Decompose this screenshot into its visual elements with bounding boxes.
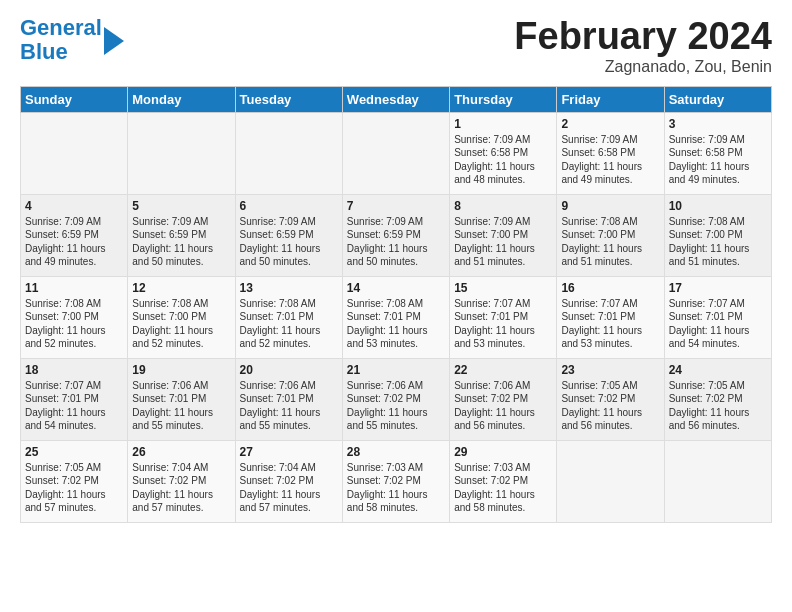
day-number: 20 bbox=[240, 363, 338, 377]
day-number: 2 bbox=[561, 117, 659, 131]
calendar-cell: 16Sunrise: 7:07 AM Sunset: 7:01 PM Dayli… bbox=[557, 276, 664, 358]
day-number: 7 bbox=[347, 199, 445, 213]
calendar-cell: 2Sunrise: 7:09 AM Sunset: 6:58 PM Daylig… bbox=[557, 112, 664, 194]
day-info: Sunrise: 7:05 AM Sunset: 7:02 PM Dayligh… bbox=[669, 379, 767, 433]
calendar-cell bbox=[557, 440, 664, 522]
day-number: 18 bbox=[25, 363, 123, 377]
calendar-cell: 29Sunrise: 7:03 AM Sunset: 7:02 PM Dayli… bbox=[450, 440, 557, 522]
day-info: Sunrise: 7:07 AM Sunset: 7:01 PM Dayligh… bbox=[25, 379, 123, 433]
logo-general: General bbox=[20, 15, 102, 40]
calendar-cell: 19Sunrise: 7:06 AM Sunset: 7:01 PM Dayli… bbox=[128, 358, 235, 440]
day-info: Sunrise: 7:06 AM Sunset: 7:01 PM Dayligh… bbox=[132, 379, 230, 433]
calendar-cell: 28Sunrise: 7:03 AM Sunset: 7:02 PM Dayli… bbox=[342, 440, 449, 522]
calendar-header-row: SundayMondayTuesdayWednesdayThursdayFrid… bbox=[21, 86, 772, 112]
day-number: 12 bbox=[132, 281, 230, 295]
day-info: Sunrise: 7:09 AM Sunset: 6:59 PM Dayligh… bbox=[240, 215, 338, 269]
calendar-cell: 23Sunrise: 7:05 AM Sunset: 7:02 PM Dayli… bbox=[557, 358, 664, 440]
calendar-cell: 17Sunrise: 7:07 AM Sunset: 7:01 PM Dayli… bbox=[664, 276, 771, 358]
calendar-cell: 27Sunrise: 7:04 AM Sunset: 7:02 PM Dayli… bbox=[235, 440, 342, 522]
calendar-week-row: 1Sunrise: 7:09 AM Sunset: 6:58 PM Daylig… bbox=[21, 112, 772, 194]
calendar-cell: 15Sunrise: 7:07 AM Sunset: 7:01 PM Dayli… bbox=[450, 276, 557, 358]
logo-arrow-icon bbox=[104, 27, 124, 55]
col-header-tuesday: Tuesday bbox=[235, 86, 342, 112]
day-number: 24 bbox=[669, 363, 767, 377]
day-number: 19 bbox=[132, 363, 230, 377]
day-info: Sunrise: 7:07 AM Sunset: 7:01 PM Dayligh… bbox=[561, 297, 659, 351]
day-info: Sunrise: 7:06 AM Sunset: 7:01 PM Dayligh… bbox=[240, 379, 338, 433]
title-block: February 2024 Zagnanado, Zou, Benin bbox=[514, 16, 772, 76]
day-number: 8 bbox=[454, 199, 552, 213]
day-number: 23 bbox=[561, 363, 659, 377]
day-info: Sunrise: 7:07 AM Sunset: 7:01 PM Dayligh… bbox=[454, 297, 552, 351]
day-info: Sunrise: 7:06 AM Sunset: 7:02 PM Dayligh… bbox=[454, 379, 552, 433]
day-number: 3 bbox=[669, 117, 767, 131]
day-number: 27 bbox=[240, 445, 338, 459]
page: General Blue February 2024 Zagnanado, Zo… bbox=[0, 0, 792, 533]
calendar-cell: 3Sunrise: 7:09 AM Sunset: 6:58 PM Daylig… bbox=[664, 112, 771, 194]
calendar-week-row: 11Sunrise: 7:08 AM Sunset: 7:00 PM Dayli… bbox=[21, 276, 772, 358]
calendar-cell: 11Sunrise: 7:08 AM Sunset: 7:00 PM Dayli… bbox=[21, 276, 128, 358]
day-number: 16 bbox=[561, 281, 659, 295]
col-header-sunday: Sunday bbox=[21, 86, 128, 112]
day-number: 10 bbox=[669, 199, 767, 213]
location: Zagnanado, Zou, Benin bbox=[514, 58, 772, 76]
day-info: Sunrise: 7:09 AM Sunset: 6:59 PM Dayligh… bbox=[347, 215, 445, 269]
calendar-table: SundayMondayTuesdayWednesdayThursdayFrid… bbox=[20, 86, 772, 523]
day-info: Sunrise: 7:09 AM Sunset: 6:59 PM Dayligh… bbox=[25, 215, 123, 269]
day-number: 29 bbox=[454, 445, 552, 459]
calendar-cell bbox=[664, 440, 771, 522]
calendar-cell: 1Sunrise: 7:09 AM Sunset: 6:58 PM Daylig… bbox=[450, 112, 557, 194]
day-info: Sunrise: 7:08 AM Sunset: 7:00 PM Dayligh… bbox=[132, 297, 230, 351]
day-number: 17 bbox=[669, 281, 767, 295]
logo-text-block: General Blue bbox=[20, 16, 124, 64]
day-info: Sunrise: 7:09 AM Sunset: 7:00 PM Dayligh… bbox=[454, 215, 552, 269]
calendar-cell: 10Sunrise: 7:08 AM Sunset: 7:00 PM Dayli… bbox=[664, 194, 771, 276]
header: General Blue February 2024 Zagnanado, Zo… bbox=[20, 16, 772, 76]
day-number: 25 bbox=[25, 445, 123, 459]
day-info: Sunrise: 7:03 AM Sunset: 7:02 PM Dayligh… bbox=[454, 461, 552, 515]
day-number: 6 bbox=[240, 199, 338, 213]
calendar-week-row: 18Sunrise: 7:07 AM Sunset: 7:01 PM Dayli… bbox=[21, 358, 772, 440]
calendar-cell: 8Sunrise: 7:09 AM Sunset: 7:00 PM Daylig… bbox=[450, 194, 557, 276]
calendar-cell bbox=[342, 112, 449, 194]
day-info: Sunrise: 7:04 AM Sunset: 7:02 PM Dayligh… bbox=[132, 461, 230, 515]
calendar-cell: 20Sunrise: 7:06 AM Sunset: 7:01 PM Dayli… bbox=[235, 358, 342, 440]
day-info: Sunrise: 7:06 AM Sunset: 7:02 PM Dayligh… bbox=[347, 379, 445, 433]
day-number: 9 bbox=[561, 199, 659, 213]
day-info: Sunrise: 7:03 AM Sunset: 7:02 PM Dayligh… bbox=[347, 461, 445, 515]
col-header-monday: Monday bbox=[128, 86, 235, 112]
day-number: 22 bbox=[454, 363, 552, 377]
calendar-week-row: 4Sunrise: 7:09 AM Sunset: 6:59 PM Daylig… bbox=[21, 194, 772, 276]
day-info: Sunrise: 7:09 AM Sunset: 6:58 PM Dayligh… bbox=[561, 133, 659, 187]
calendar-week-row: 25Sunrise: 7:05 AM Sunset: 7:02 PM Dayli… bbox=[21, 440, 772, 522]
calendar-cell: 18Sunrise: 7:07 AM Sunset: 7:01 PM Dayli… bbox=[21, 358, 128, 440]
day-number: 15 bbox=[454, 281, 552, 295]
calendar-cell bbox=[235, 112, 342, 194]
calendar-cell: 13Sunrise: 7:08 AM Sunset: 7:01 PM Dayli… bbox=[235, 276, 342, 358]
day-number: 26 bbox=[132, 445, 230, 459]
calendar-cell: 14Sunrise: 7:08 AM Sunset: 7:01 PM Dayli… bbox=[342, 276, 449, 358]
col-header-thursday: Thursday bbox=[450, 86, 557, 112]
day-number: 21 bbox=[347, 363, 445, 377]
day-info: Sunrise: 7:05 AM Sunset: 7:02 PM Dayligh… bbox=[25, 461, 123, 515]
calendar-cell: 7Sunrise: 7:09 AM Sunset: 6:59 PM Daylig… bbox=[342, 194, 449, 276]
day-number: 11 bbox=[25, 281, 123, 295]
month-title: February 2024 bbox=[514, 16, 772, 58]
day-number: 5 bbox=[132, 199, 230, 213]
calendar-cell bbox=[128, 112, 235, 194]
day-info: Sunrise: 7:04 AM Sunset: 7:02 PM Dayligh… bbox=[240, 461, 338, 515]
day-info: Sunrise: 7:07 AM Sunset: 7:01 PM Dayligh… bbox=[669, 297, 767, 351]
calendar-cell bbox=[21, 112, 128, 194]
day-number: 4 bbox=[25, 199, 123, 213]
logo: General Blue bbox=[20, 16, 124, 64]
day-info: Sunrise: 7:08 AM Sunset: 7:01 PM Dayligh… bbox=[240, 297, 338, 351]
calendar-cell: 26Sunrise: 7:04 AM Sunset: 7:02 PM Dayli… bbox=[128, 440, 235, 522]
day-info: Sunrise: 7:05 AM Sunset: 7:02 PM Dayligh… bbox=[561, 379, 659, 433]
day-info: Sunrise: 7:08 AM Sunset: 7:00 PM Dayligh… bbox=[561, 215, 659, 269]
calendar-cell: 6Sunrise: 7:09 AM Sunset: 6:59 PM Daylig… bbox=[235, 194, 342, 276]
day-number: 14 bbox=[347, 281, 445, 295]
day-number: 28 bbox=[347, 445, 445, 459]
day-number: 13 bbox=[240, 281, 338, 295]
calendar-cell: 21Sunrise: 7:06 AM Sunset: 7:02 PM Dayli… bbox=[342, 358, 449, 440]
calendar-cell: 25Sunrise: 7:05 AM Sunset: 7:02 PM Dayli… bbox=[21, 440, 128, 522]
